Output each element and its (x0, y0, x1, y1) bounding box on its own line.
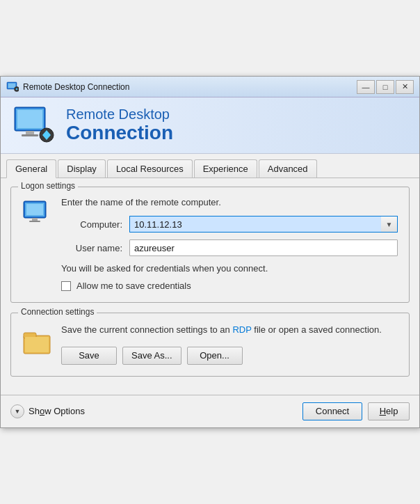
computer-input-wrap: ▼ (129, 216, 398, 233)
tab-display[interactable]: Display (58, 159, 106, 178)
username-input[interactable] (129, 239, 398, 256)
credentials-note: You will be asked for credentials when y… (61, 263, 398, 274)
close-button[interactable]: ✕ (396, 80, 414, 94)
connection-settings-group: Connection settings Save the current con… (10, 313, 410, 377)
logon-inner: Enter the name of the remote computer. C… (22, 197, 398, 291)
main-window: Remote Desktop Connection — □ ✕ Remote D… (0, 76, 420, 428)
footer-right: Connect Help (302, 402, 410, 420)
svg-rect-2 (8, 84, 15, 88)
svg-rect-7 (26, 131, 34, 134)
maximize-button[interactable]: □ (376, 80, 394, 94)
svg-rect-6 (17, 110, 42, 128)
connect-button[interactable]: Connect (302, 402, 362, 420)
footer: ▼ Show Options Connect Help (1, 395, 419, 427)
app-icon (6, 81, 19, 93)
title-bar-buttons: — □ ✕ (357, 80, 414, 94)
rdp-link[interactable]: RDP (232, 324, 251, 335)
connection-desc-part2: file or open a saved connection. (252, 324, 382, 335)
logon-computer-icon (22, 200, 53, 233)
svg-rect-12 (26, 204, 43, 215)
content-area: Logon settings Enter the name of the rem… (1, 178, 419, 395)
computer-label: Computer: (61, 219, 122, 230)
svg-rect-13 (32, 218, 38, 221)
open-button[interactable]: Open... (187, 347, 243, 365)
header-logo-icon (12, 106, 56, 145)
show-options-label: Show Options (29, 406, 85, 416)
show-options-area[interactable]: ▼ Show Options (10, 404, 297, 418)
svg-rect-8 (22, 134, 38, 136)
save-credentials-label[interactable]: Allow me to save credentials (76, 281, 191, 291)
tab-local-resources[interactable]: Local Resources (107, 159, 193, 178)
folder-icon (22, 326, 53, 359)
save-buttons-row: Save Save As... Open... (61, 347, 398, 365)
header-title-block: Remote Desktop Connection (66, 107, 173, 144)
help-button[interactable]: Help (368, 402, 410, 420)
connection-desc-part1: Save the current connection settings to … (61, 324, 232, 335)
connection-group-title: Connection settings (18, 307, 97, 317)
tab-general[interactable]: General (6, 159, 56, 178)
logon-form: Enter the name of the remote computer. C… (61, 197, 398, 291)
username-field-row: User name: (61, 239, 398, 256)
save-as-button[interactable]: Save As... (122, 347, 181, 365)
connection-description: Save the current connection settings to … (61, 323, 398, 337)
title-bar: Remote Desktop Connection — □ ✕ (1, 77, 419, 97)
header-title-line2: Connection (66, 123, 173, 144)
header-title-line1: Remote Desktop (66, 107, 173, 123)
svg-rect-14 (29, 221, 40, 222)
save-credentials-row: Allow me to save credentials (61, 281, 398, 291)
tab-row: General Display Local Resources Experien… (1, 154, 419, 178)
svg-rect-17 (25, 337, 49, 352)
logon-group-title: Logon settings (18, 181, 78, 191)
minimize-button[interactable]: — (357, 80, 375, 94)
computer-field-row: Computer: ▼ (61, 216, 398, 233)
title-bar-text: Remote Desktop Connection (23, 82, 357, 92)
connection-inner: Save the current connection settings to … (22, 323, 398, 365)
computer-input[interactable] (129, 216, 381, 233)
header-area: Remote Desktop Connection (1, 97, 419, 154)
tab-advanced[interactable]: Advanced (259, 159, 317, 178)
username-label: User name: (61, 243, 122, 253)
logon-description: Enter the name of the remote computer. (61, 197, 398, 207)
tab-experience[interactable]: Experience (194, 159, 257, 178)
connection-content: Save the current connection settings to … (61, 323, 398, 365)
save-credentials-checkbox[interactable] (61, 281, 71, 291)
logon-settings-group: Logon settings Enter the name of the rem… (10, 187, 410, 303)
computer-dropdown-button[interactable]: ▼ (381, 216, 398, 233)
show-options-chevron[interactable]: ▼ (10, 404, 24, 418)
save-button[interactable]: Save (61, 347, 117, 365)
